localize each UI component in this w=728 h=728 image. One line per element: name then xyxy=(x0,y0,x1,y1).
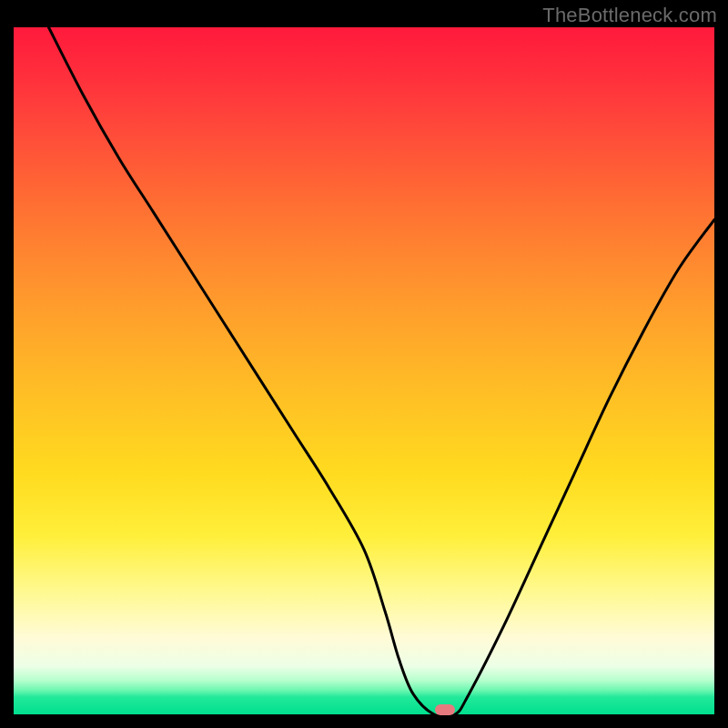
curve-svg xyxy=(14,27,714,714)
optimal-point-marker xyxy=(435,704,455,715)
bottleneck-curve-path xyxy=(49,27,715,714)
watermark-text: TheBottleneck.com xyxy=(542,4,717,27)
chart-frame: TheBottleneck.com xyxy=(0,0,728,728)
plot-area xyxy=(14,27,714,714)
